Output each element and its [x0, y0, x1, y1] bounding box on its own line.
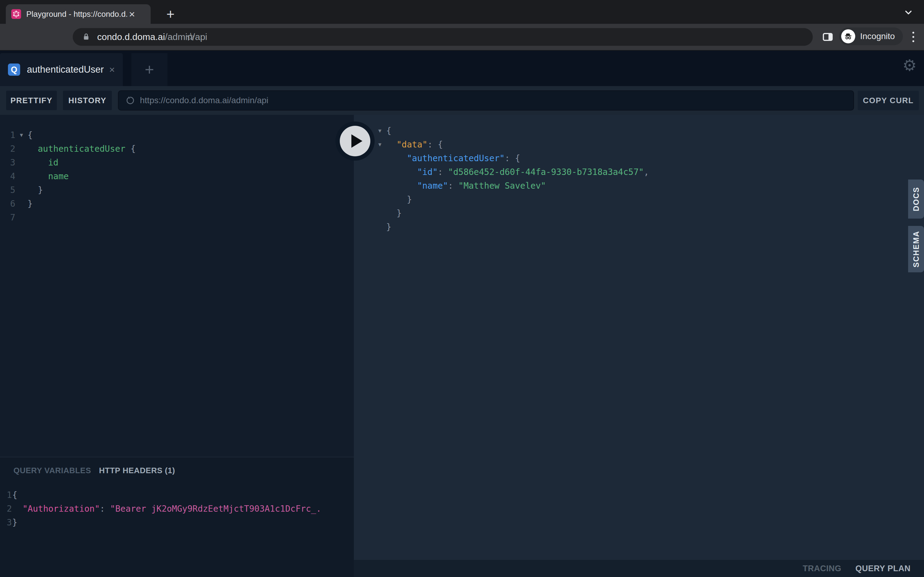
docs-side-tab[interactable]: DOCS: [908, 179, 924, 219]
tracing-button[interactable]: TRACING: [803, 564, 842, 573]
fold-marker-icon[interactable]: ▼: [373, 124, 386, 138]
browser-menu-icon[interactable]: [913, 32, 914, 42]
incognito-icon: [841, 29, 855, 44]
tab-query-variables[interactable]: QUERY VARIABLES: [13, 466, 91, 475]
bookmark-star-icon[interactable]: ☆: [186, 31, 195, 44]
query-editor-pane[interactable]: 1▼{2 authenticatedUser {3 id4 name5 }6}7…: [0, 115, 354, 577]
fold-marker-icon: [15, 183, 27, 197]
line-number: 3: [0, 516, 12, 529]
response-pane: ▼{▼ "data": { "authenticatedUser": { "id…: [354, 115, 924, 577]
response-line: ▼ "data": {: [373, 138, 924, 152]
line-number: 7: [0, 211, 15, 224]
schema-side-tab[interactable]: SCHEMA: [908, 226, 924, 272]
tab-http-headers[interactable]: HTTP HEADERS (1): [99, 466, 175, 475]
header-editor-line: 1{: [0, 488, 354, 502]
variables-headers-pane: QUERY VARIABLES HTTP HEADERS (1) 1{2 "Au…: [0, 457, 354, 577]
code-text: "authenticatedUser": {: [386, 152, 520, 165]
copy-curl-button[interactable]: COPY CURL: [858, 91, 919, 110]
play-circle: [340, 126, 370, 156]
prettify-button[interactable]: PRETTIFY: [6, 91, 57, 110]
fold-marker-icon: [373, 206, 386, 220]
query-plan-button[interactable]: QUERY PLAN: [855, 564, 911, 573]
line-number: 1: [0, 488, 12, 502]
new-tab-button[interactable]: +: [162, 5, 180, 23]
incognito-label: Incognito: [860, 31, 895, 41]
playground-body: 1▼{2 authenticatedUser {3 id4 name5 }6}7…: [0, 115, 924, 577]
response-viewer[interactable]: ▼{▼ "data": { "authenticatedUser": { "id…: [354, 115, 924, 234]
query-editor-line: 1▼{: [0, 128, 354, 142]
browser-tab[interactable]: Playground - https://condo.d.d ×: [6, 4, 151, 24]
code-text: name: [27, 169, 69, 183]
browser-tab-strip: Playground - https://condo.d.d × +: [0, 0, 924, 24]
playground-tab-title: authenticatedUser: [27, 64, 104, 75]
variables-tabs: QUERY VARIABLES HTTP HEADERS (1): [0, 457, 354, 475]
graphql-favicon-icon: [11, 9, 21, 19]
fold-marker-icon: [15, 211, 27, 224]
query-editor-line: 2 authenticatedUser {: [0, 142, 354, 156]
code-text: }: [27, 197, 33, 211]
line-number: 1: [0, 128, 15, 142]
query-editor-line: 7: [0, 211, 354, 224]
tab-search-chevron-icon[interactable]: [903, 7, 914, 19]
url-host: condo.d.doma.ai: [97, 32, 165, 42]
line-number: 5: [0, 183, 15, 197]
response-line: "authenticatedUser": {: [373, 152, 924, 165]
line-number: 4: [0, 169, 15, 183]
playground-tab[interactable]: Q authenticatedUser ×: [0, 53, 123, 86]
http-headers-editor[interactable]: 1{2 "Authorization": "Bearer jK2oMGy9Rdz…: [0, 488, 354, 529]
code-text: id: [27, 156, 58, 169]
code-text: "name": "Matthew Savelev": [386, 179, 546, 193]
query-badge: Q: [8, 63, 20, 76]
fold-marker-icon: [15, 197, 27, 211]
code-text: }: [386, 206, 402, 220]
response-line: "id": "d586e452-d60f-44fa-9330-b7318a3a4…: [373, 165, 924, 179]
fold-marker-icon: [15, 169, 27, 183]
incognito-badge: Incognito: [839, 27, 903, 45]
query-editor-line: 3 id: [0, 156, 354, 169]
playground-tab-close-icon[interactable]: ×: [109, 64, 115, 76]
endpoint-refresh-icon: [125, 95, 135, 105]
header-editor-line: 3}: [0, 516, 354, 529]
code-text: }: [386, 220, 391, 234]
code-text: "Authorization": "Bearer jK2oMGy9RdzEetM…: [12, 502, 321, 516]
query-editor[interactable]: 1▼{2 authenticatedUser {3 id4 name5 }6}7: [0, 115, 354, 224]
lock-icon: [81, 32, 91, 42]
address-bar[interactable]: condo.d.doma.ai/admin/api: [73, 28, 813, 46]
response-line: ▼{: [373, 124, 924, 138]
code-text: {: [386, 124, 391, 138]
code-text: }: [386, 193, 412, 206]
browser-toolbar: condo.d.doma.ai/admin/api ☆ Incognito: [0, 24, 924, 51]
response-line: }: [373, 220, 924, 234]
fold-marker-icon[interactable]: ▼: [373, 138, 386, 152]
history-button[interactable]: HISTORY: [63, 91, 112, 110]
fold-marker-icon: [373, 152, 386, 165]
playground-new-tab-button[interactable]: +: [131, 53, 168, 86]
line-number: 3: [0, 156, 15, 169]
settings-gear-icon[interactable]: ⚙: [902, 56, 917, 74]
fold-marker-icon: [15, 142, 27, 156]
side-panel-icon[interactable]: [822, 31, 834, 44]
query-editor-line: 4 name: [0, 169, 354, 183]
fold-marker-icon: [15, 156, 27, 169]
tab-close-icon[interactable]: ×: [129, 9, 135, 19]
fold-marker-icon: [373, 165, 386, 179]
line-number: 6: [0, 197, 15, 211]
fold-marker-icon: [373, 179, 386, 193]
fold-marker-icon[interactable]: ▼: [15, 128, 27, 142]
browser-tab-title: Playground - https://condo.d.d: [26, 10, 127, 19]
query-editor-line: 5 }: [0, 183, 354, 197]
code-text: {: [27, 128, 33, 142]
playground-tab-bar: Q authenticatedUser × + ⚙: [0, 51, 924, 86]
execute-query-button[interactable]: [336, 121, 375, 161]
response-line: "name": "Matthew Savelev": [373, 179, 924, 193]
code-text: }: [12, 516, 18, 529]
playground-toolbar: PRETTIFY HISTORY https://condo.d.doma.ai…: [0, 86, 924, 115]
response-line: }: [373, 206, 924, 220]
fold-marker-icon: [373, 220, 386, 234]
endpoint-input[interactable]: https://condo.d.doma.ai/admin/api: [118, 90, 854, 111]
code-text: }: [27, 183, 43, 197]
code-text: {: [12, 488, 18, 502]
play-icon: [351, 134, 362, 148]
endpoint-url: https://condo.d.doma.ai/admin/api: [140, 95, 268, 105]
response-line: }: [373, 193, 924, 206]
